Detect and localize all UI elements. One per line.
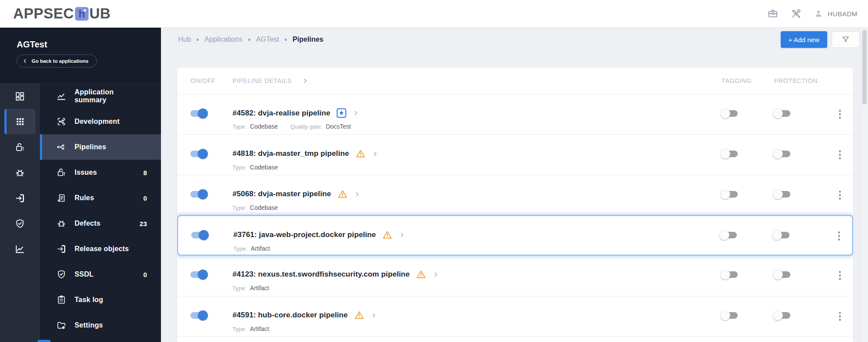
protection-toggle[interactable] <box>773 232 789 238</box>
breadcrumb-current-pipelines: Pipelines <box>293 36 323 43</box>
user-icon <box>814 9 823 18</box>
breadcrumb-separator-dot <box>248 39 250 41</box>
pipelines-card: ON/OFF PIPELINE DETAILS TAGGING PROTECTI… <box>177 68 853 342</box>
sidebar-item-defects[interactable]: Defects 23 <box>40 211 161 236</box>
rail-item-release-objects[interactable] <box>4 185 36 211</box>
add-new-button[interactable]: + Add new <box>781 31 827 48</box>
sidebar-item-application-summary[interactable]: Application summary <box>40 83 161 109</box>
statistics-chart-icon <box>14 244 25 255</box>
sidebar-item-rules[interactable]: Rules 0 <box>40 185 161 211</box>
breadcrumb-agtest[interactable]: AGTest <box>256 36 279 43</box>
type-label: Type: <box>233 245 247 252</box>
sidebar-item-label: Release objects <box>75 245 129 253</box>
sidebar-item-ssdl[interactable]: SSDL 0 <box>40 262 161 287</box>
pipeline-on-off-toggle[interactable] <box>190 191 207 198</box>
pipeline-title: #4123: nexus.test.swordfishsecurity.com … <box>232 270 410 279</box>
type-label: Type: <box>232 285 246 292</box>
protection-toggle[interactable] <box>774 110 790 117</box>
dashboard-icon <box>14 91 25 102</box>
open-pipeline-chevron-icon[interactable] <box>399 232 405 238</box>
sidebar-item-issues[interactable]: Issues 8 <box>40 160 161 185</box>
ssdl-shield-icon <box>56 269 67 280</box>
type-value: Codebase <box>250 123 278 130</box>
pipeline-title: #3761: java-web-project.docker pipeline <box>233 230 376 239</box>
pipeline-on-off-toggle[interactable] <box>190 110 207 117</box>
sidebar-scrollbar-thumb[interactable] <box>38 340 50 342</box>
open-pipeline-chevron-icon[interactable] <box>372 151 379 157</box>
sidebar-item-release-objects[interactable]: Release objects <box>40 236 161 262</box>
breadcrumb-applications[interactable]: Applications <box>204 36 242 43</box>
rail-item-statistics[interactable] <box>4 236 36 262</box>
sidebar-item-label: Issues <box>75 169 97 176</box>
type-label: Type: <box>232 205 246 211</box>
icon-rail <box>0 83 40 342</box>
admin-tools-icon[interactable] <box>790 8 802 19</box>
sidebar-item-development[interactable]: Development <box>40 109 161 134</box>
row-kebab-menu-icon[interactable] <box>836 190 844 201</box>
tagging-toggle[interactable] <box>722 271 738 278</box>
protection-toggle[interactable] <box>774 312 790 319</box>
sidebar-item-pipelines[interactable]: Pipelines <box>40 134 161 160</box>
rail-item-applications[interactable] <box>4 109 36 134</box>
tagging-toggle[interactable] <box>722 312 738 319</box>
pipeline-row[interactable]: #4818: dvja-master_tmp pipeline Type: Co <box>177 134 853 175</box>
settings-folder-icon <box>56 320 67 331</box>
row-kebab-menu-icon[interactable] <box>836 270 844 281</box>
page-scrollbar-thumb[interactable] <box>862 30 867 104</box>
sidebar-item-label: Defects <box>75 220 100 227</box>
row-kebab-menu-icon[interactable] <box>835 230 843 241</box>
quality-gate-label: Quality gate: <box>290 123 322 130</box>
user-menu[interactable]: HUBADM <box>814 9 857 18</box>
open-pipeline-chevron-icon[interactable] <box>432 271 439 278</box>
rail-item-ssdl[interactable] <box>4 211 36 236</box>
tagging-toggle[interactable] <box>722 191 738 198</box>
sidebar-item-label: Pipelines <box>75 143 106 151</box>
release-objects-icon <box>14 193 25 204</box>
tagging-toggle[interactable] <box>722 151 738 157</box>
column-header-protection: PROTECTION <box>774 77 836 84</box>
sidebar-item-settings[interactable]: Settings <box>40 313 161 338</box>
sidebar-item-label: Rules <box>75 194 94 202</box>
rail-item-issues[interactable] <box>4 134 36 160</box>
warning-icon <box>354 310 364 320</box>
rail-item-defects[interactable] <box>4 160 36 185</box>
pipeline-row[interactable]: #5068: dvja-master pipeline Type: Codeba <box>177 175 853 215</box>
pipeline-row[interactable]: #4591: hub-core.docker pipeline Type: Ar <box>177 296 853 336</box>
protection-toggle[interactable] <box>774 191 790 198</box>
appsechub-logo[interactable]: APPSEC h UB <box>13 5 111 22</box>
protection-toggle[interactable] <box>774 151 790 157</box>
filter-button[interactable] <box>832 31 860 48</box>
breadcrumb-hub[interactable]: Hub <box>178 36 191 43</box>
pipeline-row[interactable]: #4123: nexus.test.swordfishsecurity.com … <box>177 256 853 296</box>
username: HUBADM <box>828 10 857 18</box>
release-objects-icon <box>56 244 67 254</box>
tagging-toggle[interactable] <box>722 110 738 117</box>
breadcrumb-separator-dot <box>196 39 199 41</box>
tagging-toggle[interactable] <box>721 232 737 238</box>
quality-gate-value: DocsTest <box>326 123 351 130</box>
issues-lock-icon <box>56 167 67 178</box>
type-value: Codebase <box>250 204 278 211</box>
open-pipeline-chevron-icon[interactable] <box>371 312 377 319</box>
briefcase-icon[interactable] <box>767 8 779 19</box>
open-pipeline-chevron-icon[interactable] <box>354 191 361 198</box>
warning-icon <box>355 148 366 159</box>
sidebar-item-task-log[interactable]: Task log <box>40 287 161 313</box>
pipeline-on-off-toggle[interactable] <box>190 271 207 278</box>
expand-details-chevron-icon[interactable] <box>302 78 308 84</box>
row-kebab-menu-icon[interactable] <box>836 311 844 322</box>
protection-toggle[interactable] <box>774 271 790 278</box>
pipeline-on-off-toggle[interactable] <box>191 232 207 238</box>
pipeline-row-highlighted[interactable]: #3761: java-web-project.docker pipeline … <box>177 215 853 256</box>
pipeline-on-off-toggle[interactable] <box>190 312 207 319</box>
go-back-to-applications-button[interactable]: Go back to applications <box>17 54 97 68</box>
row-kebab-menu-icon[interactable] <box>836 109 844 120</box>
pipeline-on-off-toggle[interactable] <box>190 151 207 157</box>
applications-grid-icon <box>15 116 25 127</box>
pipeline-title: #5068: dvja-master pipeline <box>232 190 331 198</box>
pipeline-row[interactable]: #4582: dvja-realise pipeline Type: <box>177 94 853 134</box>
rail-item-dashboard[interactable] <box>4 83 36 109</box>
row-kebab-menu-icon[interactable] <box>836 149 844 160</box>
open-pipeline-chevron-icon[interactable] <box>353 110 359 116</box>
type-label: Type: <box>232 164 246 171</box>
